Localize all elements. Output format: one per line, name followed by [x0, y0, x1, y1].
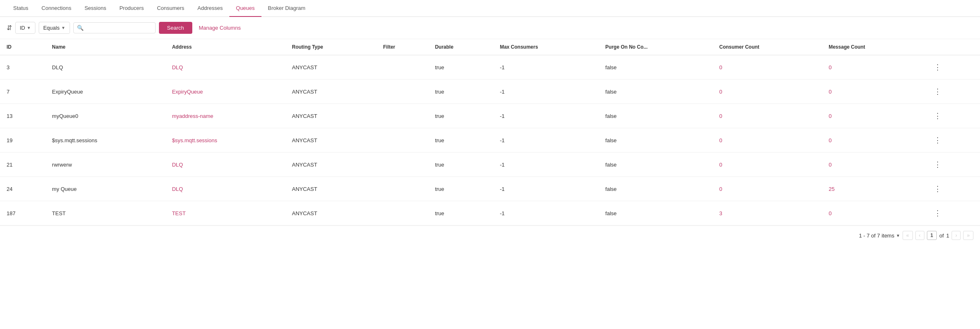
cell-id: 13 [0, 104, 45, 128]
last-page-button[interactable]: » [963, 231, 973, 240]
cell-id: 24 [0, 177, 45, 201]
filter-operator-arrow-icon: ▼ [61, 26, 65, 30]
cell-purge-on-no-co: false [599, 80, 713, 104]
cell-durable: true [428, 177, 493, 201]
col-header-consumer-count: Consumer Count [713, 39, 822, 55]
cell-max-consumers: -1 [493, 80, 599, 104]
cell-address[interactable]: DLQ [166, 55, 285, 80]
col-header-message-count: Message Count [822, 39, 924, 55]
tab-producers[interactable]: Producers [113, 0, 150, 17]
cell-address[interactable]: $sys.mqtt.sessions [166, 128, 285, 153]
search-wrapper: 🔍 [73, 22, 156, 33]
prev-page-button[interactable]: ‹ [915, 231, 924, 240]
cell-purge-on-no-co: false [599, 153, 713, 177]
cell-address[interactable]: ExpiryQueue [166, 80, 285, 104]
tab-consumers[interactable]: Consumers [150, 0, 191, 17]
items-info: 1 - 7 of 7 items [859, 233, 894, 239]
cell-consumer-count: 3 [713, 201, 822, 226]
search-magnifier-icon: 🔍 [77, 25, 84, 31]
pagination: 1 - 7 of 7 items ▼ « ‹ 1 of 1 › » [0, 226, 980, 245]
cell-message-count: 0 [822, 128, 924, 153]
table-row: 13 myQueue0 myaddress-name ANYCAST true … [0, 104, 980, 128]
cell-message-count: 25 [822, 177, 924, 201]
col-header-address: Address [166, 39, 285, 55]
cell-filter [376, 177, 428, 201]
cell-filter [376, 55, 428, 80]
cell-max-consumers: -1 [493, 153, 599, 177]
table-row: 21 rwrwerw DLQ ANYCAST true -1 false 0 0… [0, 153, 980, 177]
first-page-button[interactable]: « [903, 231, 913, 240]
col-header-name: Name [45, 39, 165, 55]
cell-max-consumers: -1 [493, 128, 599, 153]
cell-purge-on-no-co: false [599, 201, 713, 226]
cell-filter [376, 153, 428, 177]
next-page-button[interactable]: › [952, 231, 961, 240]
tab-broker-diagram[interactable]: Broker Diagram [261, 0, 312, 17]
queues-table: ID Name Address Routing Type Filter Dura… [0, 39, 980, 226]
filter-field-label: ID [20, 25, 25, 31]
cell-durable: true [428, 201, 493, 226]
cell-max-consumers: -1 [493, 55, 599, 80]
cell-durable: true [428, 128, 493, 153]
table-row: 24 my Queue DLQ ANYCAST true -1 false 0 … [0, 177, 980, 201]
cell-durable: true [428, 80, 493, 104]
cell-durable: true [428, 104, 493, 128]
cell-purge-on-no-co: false [599, 55, 713, 80]
row-more-button[interactable]: ⋮ [931, 134, 945, 146]
row-more-button[interactable]: ⋮ [931, 85, 945, 98]
cell-routing-type: ANYCAST [285, 201, 376, 226]
cell-routing-type: ANYCAST [285, 153, 376, 177]
filter-field-select[interactable]: ID ▼ [15, 22, 35, 34]
search-button[interactable]: Search [159, 22, 192, 34]
tab-status[interactable]: Status [7, 0, 35, 17]
cell-filter [376, 80, 428, 104]
row-more-button[interactable]: ⋮ [931, 207, 945, 219]
col-header-id: ID [0, 39, 45, 55]
tab-sessions[interactable]: Sessions [78, 0, 113, 17]
cell-durable: true [428, 153, 493, 177]
cell-consumer-count: 0 [713, 128, 822, 153]
sort-icon[interactable]: ⇵ [7, 24, 12, 32]
tab-addresses[interactable]: Addresses [191, 0, 229, 17]
cell-name: myQueue0 [45, 104, 165, 128]
row-more-button[interactable]: ⋮ [931, 158, 945, 171]
row-more-button[interactable]: ⋮ [931, 110, 945, 122]
filter-operator-label: Equals [43, 25, 60, 31]
cell-max-consumers: -1 [493, 177, 599, 201]
cell-message-count: 0 [822, 80, 924, 104]
cell-filter [376, 201, 428, 226]
cell-address[interactable]: DLQ [166, 153, 285, 177]
manage-columns-link[interactable]: Manage Columns [199, 25, 241, 31]
current-page-button[interactable]: 1 [927, 231, 937, 240]
cell-address[interactable]: myaddress-name [166, 104, 285, 128]
filter-operator-select[interactable]: Equals ▼ [39, 22, 70, 34]
cell-message-count: 0 [822, 153, 924, 177]
cell-name: DLQ [45, 55, 165, 80]
cell-actions: ⋮ [924, 153, 980, 177]
table-header-row: ID Name Address Routing Type Filter Dura… [0, 39, 980, 55]
cell-routing-type: ANYCAST [285, 128, 376, 153]
cell-id: 19 [0, 128, 45, 153]
cell-message-count: 0 [822, 104, 924, 128]
row-more-button[interactable]: ⋮ [931, 61, 945, 73]
cell-routing-type: ANYCAST [285, 104, 376, 128]
tab-queues[interactable]: Queues [229, 0, 261, 17]
cell-routing-type: ANYCAST [285, 80, 376, 104]
row-more-button[interactable]: ⋮ [931, 183, 945, 195]
nav-tabs: Status Connections Sessions Producers Co… [0, 0, 980, 17]
tab-connections[interactable]: Connections [35, 0, 78, 17]
cell-name: ExpiryQueue [45, 80, 165, 104]
cell-purge-on-no-co: false [599, 177, 713, 201]
cell-actions: ⋮ [924, 201, 980, 226]
cell-message-count: 0 [822, 201, 924, 226]
toolbar: ⇵ ID ▼ Equals ▼ 🔍 Search Manage Columns [0, 17, 980, 39]
cell-id: 3 [0, 55, 45, 80]
cell-address[interactable]: DLQ [166, 177, 285, 201]
items-per-page-icon[interactable]: ▼ [896, 233, 900, 238]
cell-address[interactable]: TEST [166, 201, 285, 226]
cell-name: TEST [45, 201, 165, 226]
cell-name: rwrwerw [45, 153, 165, 177]
cell-id: 187 [0, 201, 45, 226]
cell-name: my Queue [45, 177, 165, 201]
search-input[interactable] [86, 25, 152, 31]
